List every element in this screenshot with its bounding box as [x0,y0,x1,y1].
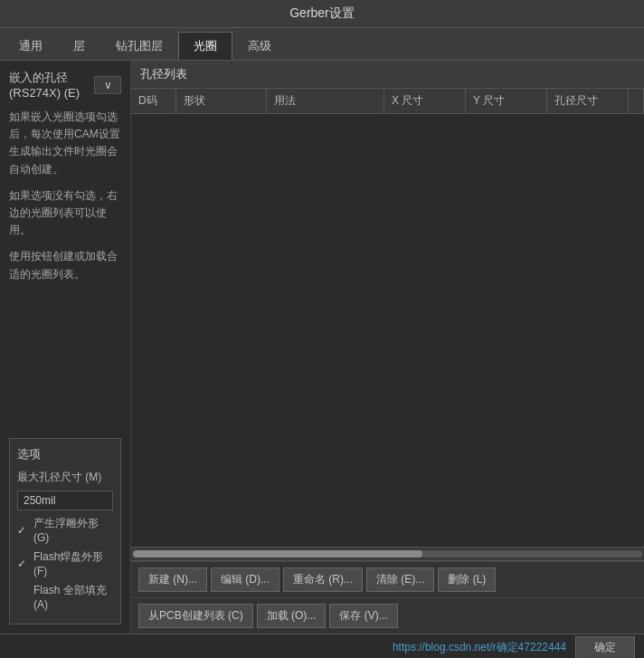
float-shape-row: ✓ 产生浮雕外形 (G) [17,516,113,544]
aperture-header: 孔径列表 [131,61,644,89]
bottom-bar: https://blog.csdn.net/r确定47222444 确定 [0,634,644,658]
horizontal-scrollbar[interactable] [131,547,644,561]
tab-general[interactable]: 通用 [4,32,58,60]
description-1: 如果嵌入光圈选项勾选后，每次使用CAM设置生成输出文件时光圈会自动创建。 [9,109,121,178]
ok-button[interactable]: 确定 [575,636,635,658]
right-panel: 孔径列表 D码 形状 用法 X 尺寸 Y 尺寸 孔径尺寸 新建 (N)... 编… [131,61,644,634]
edit-button[interactable]: 编辑 (D)... [211,567,279,592]
col-dcode: D码 [131,89,176,113]
main-content: 嵌入的孔径(RS274X) (E) ∨ 如果嵌入光圈选项勾选后，每次使用CAM设… [0,61,644,634]
tab-aperture[interactable]: 光圈 [178,32,232,60]
delete-button[interactable]: 删除 (L) [438,567,496,592]
flash-fill-label[interactable]: ✓ Flash 全部填充 (A) [17,583,113,611]
max-size-input[interactable] [17,491,113,510]
table-header: D码 形状 用法 X 尺寸 Y 尺寸 孔径尺寸 [131,89,644,114]
table-body [131,114,644,458]
load-button[interactable]: 加载 (O)... [257,604,327,628]
aperture-table: D码 形状 用法 X 尺寸 Y 尺寸 孔径尺寸 [131,89,644,547]
options-title: 选项 [17,446,113,463]
rename-button[interactable]: 重命名 (R)... [283,567,363,592]
description-3: 使用按钮创建或加载合适的光圈列表。 [9,248,121,282]
col-shape: 形状 [176,89,267,113]
tab-advanced[interactable]: 高级 [232,32,287,60]
max-size-input-row [17,491,113,510]
flash-shape-label[interactable]: ✓ Flash焊盘外形 (F) [17,549,113,577]
clear-button[interactable]: 清除 (E)... [366,567,434,592]
new-button[interactable]: 新建 (N)... [138,567,207,592]
button-row-1: 新建 (N)... 编辑 (D)... 重命名 (R)... 清除 (E)...… [131,561,644,597]
tab-drill[interactable]: 钻孔图层 [100,32,178,60]
tab-bar: 通用 层 钻孔图层 光圈 高级 [0,28,644,61]
flash-shape-row: ✓ Flash焊盘外形 (F) [17,549,113,577]
col-x: X 尺寸 [384,89,466,113]
dialog-title: Gerber设置 [289,5,355,20]
scrollbar-track [133,550,642,558]
col-extra [629,89,644,113]
col-use: 用法 [267,89,384,113]
left-panel: 嵌入的孔径(RS274X) (E) ∨ 如果嵌入光圈选项勾选后，每次使用CAM设… [0,61,131,634]
float-shape-check: ✓ [17,524,26,537]
max-size-label: 最大孔径尺寸 (M) [17,470,101,485]
embed-label: 嵌入的孔径(RS274X) (E) [9,70,94,100]
save-button[interactable]: 保存 (V)... [329,604,397,628]
button-row-2: 从PCB创建列表 (C) 加载 (O)... 保存 (V)... [131,597,644,634]
col-size: 孔径尺寸 [547,89,629,113]
bottom-link[interactable]: https://blog.csdn.net/r确定47222444 [393,640,566,655]
title-bar: Gerber设置 [0,0,644,28]
description-2: 如果选项没有勾选，右边的光圈列表可以使用。 [9,187,121,240]
embed-dropdown[interactable]: ∨ [94,76,121,94]
max-size-row: 最大孔径尺寸 (M) [17,470,113,485]
tab-layer[interactable]: 层 [58,32,100,60]
options-section: 选项 最大孔径尺寸 (M) ✓ 产生浮雕外形 (G) ✓ Flash焊盘外形 (… [9,438,121,625]
scrollbar-thumb[interactable] [133,550,422,558]
flash-shape-check: ✓ [17,558,26,570]
float-shape-label[interactable]: ✓ 产生浮雕外形 (G) [17,516,113,544]
flash-fill-row: ✓ Flash 全部填充 (A) [17,583,113,611]
col-y: Y 尺寸 [466,89,547,113]
embed-header: 嵌入的孔径(RS274X) (E) ∨ [9,70,121,100]
create-from-pcb-button[interactable]: 从PCB创建列表 (C) [138,604,253,628]
